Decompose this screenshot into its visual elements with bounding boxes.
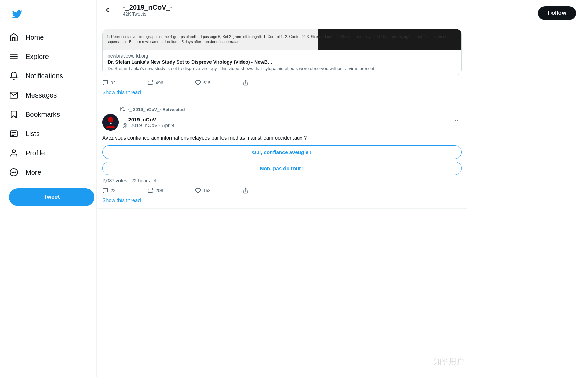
main-content: -_2019_nCoV_- 42K Tweets Follow 1: Repre… xyxy=(96,0,467,377)
sidebar-item-lists[interactable]: Lists xyxy=(4,125,92,143)
sidebar-item-bookmarks[interactable]: Bookmarks xyxy=(4,105,92,123)
poll-time-left: 22 hours left xyxy=(131,178,158,183)
link-card-body: newbraveworld.org Dr. Stefan Lanka's New… xyxy=(103,50,461,75)
poll-option-1[interactable]: Oui, confiance aveugle ! xyxy=(102,145,462,159)
heart-icon-2 xyxy=(195,187,201,194)
svg-text:★: ★ xyxy=(109,121,113,125)
twitter-logo[interactable] xyxy=(8,6,25,23)
tweet2-username-date: @_2019_nCoV · Apr 9 xyxy=(122,122,174,128)
retweet-indicator-icon xyxy=(120,106,125,112)
bell-icon xyxy=(9,71,19,81)
link-title: Dr. Stefan Lanka's New Study Set to Disp… xyxy=(107,59,456,65)
tweet1-actions: 92 496 515 xyxy=(102,80,249,86)
sidebar-item-home-label: Home xyxy=(25,33,44,41)
share-button-1[interactable] xyxy=(243,80,249,86)
header-user-info: -_2019_nCoV_- 42K Tweets xyxy=(123,3,172,17)
sidebar-item-lists-label: Lists xyxy=(25,130,40,138)
share-icon xyxy=(243,80,249,86)
tweet2-display-name: -_ 2019_nCoV_- xyxy=(122,116,174,122)
svg-point-11 xyxy=(15,172,16,173)
like-button-2[interactable]: 158 xyxy=(195,187,211,194)
sidebar-item-explore[interactable]: Explore xyxy=(4,48,92,65)
share-button-2[interactable] xyxy=(243,187,249,194)
right-panel xyxy=(467,0,588,377)
sidebar-item-bookmarks-label: Bookmarks xyxy=(25,111,60,119)
sidebar-item-home[interactable]: Home xyxy=(4,28,92,46)
tweet2-text: Avez vous confiance aux informations rel… xyxy=(102,134,462,142)
tweet2-separator: · xyxy=(159,122,162,128)
sidebar-item-messages[interactable]: Messages xyxy=(4,86,92,104)
share-icon-2 xyxy=(243,187,249,194)
tweet-card-1: 1: Representative micrographs of the 4 g… xyxy=(97,20,467,101)
svg-point-7 xyxy=(12,150,16,153)
sidebar-item-more-label: More xyxy=(25,169,41,176)
show-thread-2[interactable]: Show this thread xyxy=(102,197,462,203)
poll-option-2[interactable]: Non, pas du tout ! xyxy=(102,162,462,175)
header-display-name: -_2019_nCoV_- xyxy=(123,3,172,11)
profile-header: -_2019_nCoV_- 42K Tweets xyxy=(97,0,467,20)
sidebar-item-messages-label: Messages xyxy=(25,91,57,99)
tweet2-header: ★ -_ 2019_nCoV_- @_2019_nCoV · Apr 9 ··· xyxy=(102,114,462,131)
heart-icon xyxy=(195,80,201,86)
tweet2-username: @_2019_nCoV xyxy=(122,122,158,128)
reply-button-2[interactable]: 22 xyxy=(102,187,115,194)
tweet2-date: Apr 9 xyxy=(162,122,174,128)
header-tweet-count: 42K Tweets xyxy=(123,11,172,17)
list-icon xyxy=(9,129,19,139)
link-card[interactable]: 1: Representative micrographs of the 4 g… xyxy=(102,29,462,75)
poll-votes: 2,087 votes xyxy=(102,178,127,183)
reply-count-1: 92 xyxy=(111,80,115,85)
link-domain: newbraveworld.org xyxy=(107,53,456,59)
reply-icon-2 xyxy=(102,187,109,194)
reply-button-1[interactable]: 92 xyxy=(102,80,115,86)
person-icon xyxy=(9,148,19,158)
retweet-icon xyxy=(147,80,154,86)
tweet-card-2: -_ 2019_nCoV_- Retweeted ★ -_ 2019_nCoV_… xyxy=(97,101,467,209)
retweet-button-1[interactable]: 496 xyxy=(147,80,163,86)
sidebar-item-notifications-label: Notifications xyxy=(25,72,63,80)
retweet-button-2[interactable]: 208 xyxy=(147,187,163,194)
retweet-icon-2 xyxy=(147,187,154,194)
explore-icon xyxy=(9,52,19,61)
link-card-image: 1: Representative micrographs of the 4 g… xyxy=(103,29,461,50)
reply-count-2: 22 xyxy=(111,188,115,193)
tweet-button[interactable]: Tweet xyxy=(9,188,94,206)
tweet2-actions: 22 208 158 xyxy=(102,187,249,194)
link-card-image-text: 1: Representative micrographs of the 4 g… xyxy=(103,29,461,50)
sidebar: Home Explore Notifications Messa xyxy=(0,0,96,377)
retweet-count-2: 208 xyxy=(156,188,163,193)
home-icon xyxy=(9,32,19,42)
sidebar-item-profile[interactable]: Profile xyxy=(4,144,92,162)
sidebar-item-notifications[interactable]: Notifications xyxy=(4,67,92,85)
like-count-2: 158 xyxy=(203,188,211,193)
retweet-indicator: -_ 2019_nCoV_- Retweeted xyxy=(120,106,462,112)
bookmark-icon xyxy=(9,110,19,119)
reply-icon xyxy=(102,80,109,86)
link-description: Dr. Stefan Lanka's new study is set to d… xyxy=(107,65,456,72)
tweet2-user: ★ -_ 2019_nCoV_- @_2019_nCoV · Apr 9 xyxy=(102,114,174,131)
back-button[interactable] xyxy=(102,4,115,16)
mail-icon xyxy=(9,90,19,100)
poll-meta: 2,087 votes · 22 hours left xyxy=(102,178,462,183)
retweet-indicator-label: -_ 2019_nCoV_- Retweeted xyxy=(128,107,185,112)
like-button-1[interactable]: 515 xyxy=(195,80,211,86)
svg-point-10 xyxy=(13,172,14,173)
poll-separator: · xyxy=(128,178,131,183)
avatar-image: ★ xyxy=(102,114,119,131)
avatar: ★ xyxy=(102,114,119,131)
more-circle-icon xyxy=(9,167,19,177)
tweet2-more-button[interactable]: ··· xyxy=(450,114,462,126)
svg-point-9 xyxy=(12,172,13,173)
like-count-1: 515 xyxy=(203,80,211,85)
sidebar-item-profile-label: Profile xyxy=(25,149,45,157)
sidebar-item-explore-label: Explore xyxy=(25,53,49,61)
poll: Oui, confiance aveugle ! Non, pas du tou… xyxy=(102,145,462,183)
sidebar-item-more[interactable]: More xyxy=(4,163,92,181)
tweet2-user-info: -_ 2019_nCoV_- @_2019_nCoV · Apr 9 xyxy=(122,116,174,128)
retweet-count-1: 496 xyxy=(156,80,163,85)
show-thread-1[interactable]: Show this thread xyxy=(102,89,462,95)
